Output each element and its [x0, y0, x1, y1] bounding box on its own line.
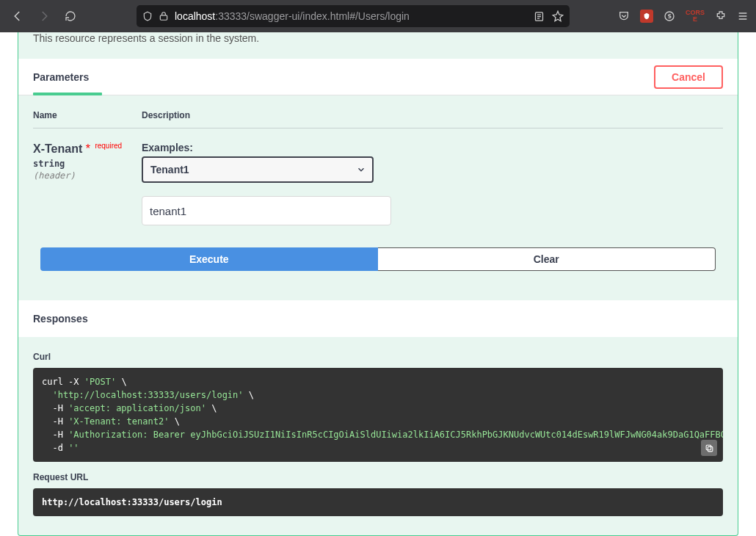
bookmark-icon[interactable] [552, 10, 564, 22]
execute-button[interactable]: Execute [40, 247, 378, 271]
request-url-block: http://localhost:33333/users/login [33, 488, 723, 516]
menu-icon[interactable] [737, 10, 749, 22]
responses-header: Responses [18, 300, 738, 337]
extensions-icon[interactable] [715, 10, 727, 22]
reload-button[interactable] [60, 6, 81, 26]
extension-icons: CORSE [618, 10, 749, 23]
clear-button[interactable]: Clear [378, 247, 716, 271]
curl-block: curl -X 'POST' \ 'http://localhost:33333… [33, 368, 723, 462]
examples-label: Examples: [142, 142, 723, 153]
ublock-icon[interactable] [640, 10, 653, 23]
operation-block: This resource represents a session in th… [18, 32, 738, 536]
parameters-title: Parameters [33, 71, 89, 83]
back-button[interactable] [7, 6, 28, 26]
param-in: (header) [33, 170, 142, 181]
col-name-header: Name [33, 110, 142, 120]
shield-icon [142, 11, 153, 21]
param-table-head: Name Description [33, 110, 723, 128]
responses-body: Curl curl -X 'POST' \ 'http://localhost:… [18, 337, 738, 531]
cancel-button[interactable]: Cancel [654, 65, 723, 89]
reader-icon[interactable] [534, 11, 545, 22]
param-row: X-Tenant * required string (header) Exam… [33, 142, 723, 225]
forward-button[interactable] [34, 6, 54, 26]
svg-rect-3 [708, 446, 713, 452]
operation-description: This resource represents a session in th… [18, 32, 738, 59]
lock-icon [159, 11, 169, 21]
parameters-body: Name Description X-Tenant * required str… [18, 95, 738, 286]
url-text: localhost:33333/swagger-ui/index.html#/U… [175, 10, 528, 22]
url-bar[interactable]: localhost:33333/swagger-ui/index.html#/U… [137, 5, 570, 27]
examples-select-wrap: Tenant1 [142, 156, 374, 183]
pocket-icon[interactable] [618, 10, 630, 22]
copy-icon[interactable] [701, 440, 717, 456]
param-name: X-Tenant [33, 142, 82, 155]
examples-select[interactable]: Tenant1 [142, 156, 374, 183]
curl-title: Curl [33, 352, 723, 362]
execute-row: Execute Clear [40, 247, 716, 271]
svg-rect-4 [706, 445, 711, 450]
browser-toolbar: localhost:33333/swagger-ui/index.html#/U… [0, 0, 756, 32]
cors-icon[interactable]: CORSE [686, 10, 705, 23]
tab-indicator [33, 93, 102, 95]
param-desc-cell: Examples: Tenant1 [142, 142, 723, 225]
param-name-cell: X-Tenant * required string (header) [33, 142, 142, 225]
required-label: required [95, 142, 122, 150]
svg-rect-0 [160, 15, 167, 20]
request-url-title: Request URL [33, 472, 723, 482]
request-url-value: http://localhost:33333/users/login [42, 497, 222, 507]
extension-s-icon[interactable] [664, 10, 675, 22]
col-desc-header: Description [142, 110, 723, 120]
param-value-input[interactable] [142, 196, 391, 225]
required-star: * [86, 142, 90, 155]
page-content: This resource represents a session in th… [0, 32, 756, 536]
parameters-header: Parameters Cancel [18, 59, 738, 95]
param-type: string [33, 159, 142, 169]
responses-title: Responses [33, 313, 88, 325]
description-text: This resource represents a session in th… [33, 32, 723, 44]
